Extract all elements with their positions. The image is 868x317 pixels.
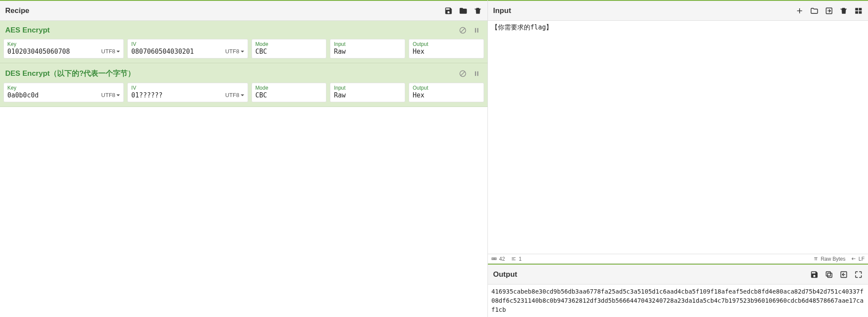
eol-icon	[851, 256, 856, 262]
svg-rect-2	[475, 28, 476, 33]
open-file-input-icon[interactable]	[825, 6, 833, 15]
svg-line-5	[461, 71, 465, 75]
disable-operation-icon[interactable]	[459, 70, 467, 78]
operation-title: DES Encrypt（以下的?代表一个字节）	[5, 68, 135, 78]
input-header: Input	[488, 0, 868, 21]
svg-rect-12	[859, 11, 862, 13]
save-output-icon[interactable]	[810, 270, 819, 279]
svg-rect-15	[495, 258, 497, 259]
arg-label: Input	[334, 41, 401, 47]
arg-key-encoding-dropdown[interactable]: UTF8	[101, 92, 120, 99]
arg-output-value: Hex	[413, 48, 480, 55]
arg-label: Key	[7, 85, 98, 91]
arg-iv-input[interactable]	[131, 91, 222, 99]
arg-iv-encoding-dropdown[interactable]: UTF8	[225, 92, 244, 99]
arg-input-value: Raw	[334, 48, 401, 55]
line-count: 1	[511, 256, 522, 262]
arg-label: Output	[413, 41, 480, 47]
char-count-icon	[491, 256, 497, 262]
arg-key-input[interactable]	[7, 91, 98, 99]
arg-key-encoding-dropdown[interactable]: UTF8	[101, 48, 120, 55]
arg-label: Input	[334, 85, 401, 91]
arg-key[interactable]: Key UTF8	[3, 39, 124, 58]
arg-input-value: Raw	[334, 91, 401, 99]
arg-mode[interactable]: Mode CBC	[252, 83, 327, 102]
output-header: Output	[488, 264, 868, 285]
svg-rect-20	[826, 272, 830, 276]
open-folder-icon[interactable]	[810, 6, 819, 15]
input-title: Input	[493, 6, 511, 15]
output-title: Output	[493, 270, 517, 279]
recipe-title: Recipe	[5, 6, 29, 15]
svg-rect-13	[492, 258, 493, 259]
svg-rect-14	[494, 258, 495, 259]
arg-output-value: Hex	[413, 91, 480, 99]
arg-iv-input[interactable]	[131, 48, 222, 55]
save-recipe-icon[interactable]	[444, 6, 453, 15]
arg-mode-value: CBC	[255, 48, 323, 55]
disable-operation-icon[interactable]	[459, 26, 467, 34]
eol-value: LF	[858, 256, 865, 262]
io-panel: Input 42	[488, 0, 868, 317]
recipe-header: Recipe	[0, 0, 487, 21]
arg-input-format[interactable]: Input Raw	[330, 39, 405, 58]
arg-output-format[interactable]: Output Hex	[409, 39, 484, 58]
operation-icons	[459, 70, 482, 78]
output-header-icons	[810, 270, 863, 279]
input-header-icons	[795, 6, 863, 15]
clear-recipe-trash-icon[interactable]	[474, 6, 482, 15]
operation-args: Key UTF8 IV UTF8 Mode CBC	[0, 83, 487, 107]
eol-selector[interactable]: LF	[851, 256, 865, 262]
svg-rect-11	[855, 11, 858, 13]
arg-key-input[interactable]	[7, 48, 98, 55]
arg-iv[interactable]: IV UTF8	[127, 83, 248, 102]
svg-rect-3	[478, 28, 478, 33]
char-count: 42	[491, 256, 505, 262]
arg-label: Mode	[255, 41, 323, 47]
arg-iv[interactable]: IV UTF8	[127, 39, 248, 58]
output-text[interactable]: 416935cabeb8e30cd9b56db3aa6778fa25ad5c3a…	[488, 285, 868, 317]
arg-input-format[interactable]: Input Raw	[330, 83, 405, 102]
recipe-body: AES Encrypt Key UTF8	[0, 21, 487, 317]
operation-args: Key UTF8 IV UTF8 Mode CBC	[0, 39, 487, 63]
operation-title: AES Encrypt	[5, 26, 50, 35]
text-encoding-icon	[813, 256, 819, 262]
arg-mode[interactable]: Mode CBC	[252, 39, 327, 58]
arg-label: IV	[131, 41, 222, 47]
svg-rect-7	[478, 71, 478, 76]
operation-aes-encrypt[interactable]: AES Encrypt Key UTF8	[0, 21, 487, 63]
svg-line-1	[461, 29, 465, 32]
toggle-layout-icon[interactable]	[854, 6, 863, 15]
breakpoint-pause-icon[interactable]	[473, 70, 481, 78]
arg-label: Mode	[255, 85, 323, 91]
char-count-value: 42	[499, 256, 505, 262]
recipe-header-icons	[444, 6, 482, 15]
operation-header: DES Encrypt（以下的?代表一个字节）	[0, 63, 487, 83]
copy-output-icon[interactable]	[825, 270, 833, 279]
arg-label: Key	[7, 41, 98, 47]
arg-output-format[interactable]: Output Hex	[409, 83, 484, 102]
clear-input-trash-icon[interactable]	[839, 6, 848, 15]
svg-rect-9	[855, 8, 858, 10]
maximise-output-icon[interactable]	[854, 270, 863, 279]
operation-header: AES Encrypt	[0, 21, 487, 39]
line-count-icon	[511, 256, 516, 262]
arg-iv-encoding-dropdown[interactable]: UTF8	[225, 48, 244, 55]
arg-mode-value: CBC	[255, 91, 323, 99]
svg-rect-19	[828, 273, 832, 277]
arg-label: Output	[413, 85, 480, 91]
arg-label: IV	[131, 85, 222, 91]
encoding-selector[interactable]: Raw Bytes	[813, 256, 845, 262]
operation-des-encrypt[interactable]: DES Encrypt（以下的?代表一个字节） Key UTF8	[0, 63, 487, 107]
svg-rect-10	[859, 8, 862, 10]
replace-input-icon[interactable]	[839, 270, 848, 279]
input-body	[488, 21, 868, 254]
add-input-tab-plus-icon[interactable]	[795, 6, 804, 15]
input-textarea[interactable]	[488, 21, 868, 254]
breakpoint-pause-icon[interactable]	[473, 26, 481, 34]
load-recipe-folder-icon[interactable]	[459, 6, 468, 15]
input-status-bar: 42 1 Raw Bytes LF	[488, 254, 868, 264]
operation-icons	[459, 26, 482, 34]
svg-rect-6	[475, 71, 476, 76]
arg-key[interactable]: Key UTF8	[3, 83, 124, 102]
